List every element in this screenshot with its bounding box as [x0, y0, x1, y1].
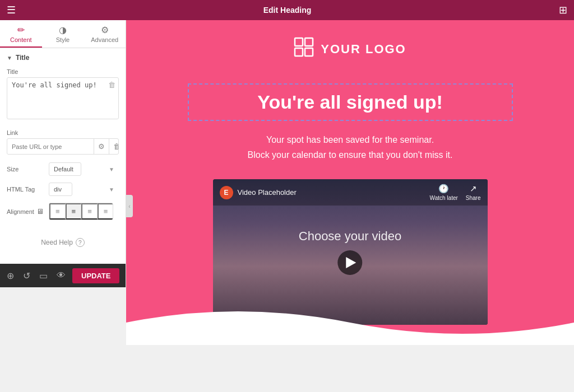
sidebar: ✏ Content ◑ Style ⚙ Advanced ▼ Title: [0, 20, 126, 287]
tab-style[interactable]: ◑ Style: [42, 20, 84, 48]
size-label: Size: [7, 166, 49, 172]
svg-rect-1: [305, 38, 313, 46]
video-center: Choose your video: [299, 229, 401, 275]
heading-text: You're all signed up!: [211, 91, 489, 113]
sidebar-content: ▼ Title Title You're all signed up! 🗑 Li…: [0, 48, 126, 264]
share-label: Share: [466, 195, 481, 201]
align-center-button[interactable]: ≡: [66, 203, 82, 220]
tab-style-label: Style: [56, 36, 70, 43]
video-placeholder-text: Video Placeholder: [238, 188, 297, 197]
clock-icon: 🕐: [438, 184, 449, 194]
html-tag-arrow: ▼: [109, 186, 114, 193]
sidebar-footer: ⊕ ↺ ▭ 👁 UPDATE ▲: [0, 264, 126, 287]
section-title-title[interactable]: ▼ Title: [7, 54, 119, 62]
tab-advanced[interactable]: ⚙ Advanced: [84, 20, 126, 48]
sidebar-wrapper: ✏ Content ◑ Style ⚙ Advanced ▼ Title: [0, 20, 126, 392]
logo-icon: [294, 37, 314, 61]
svg-rect-2: [295, 48, 303, 56]
html-tag-select-wrapper: div h1 h2 h3 h4 h5 h6 p span ▼: [49, 183, 119, 196]
alignment-row: Alignment 🖥 ≡ ≡ ≡ ≡: [7, 203, 119, 220]
page-content: YOUR LOGO You're all signed up! Your spo…: [126, 20, 574, 345]
watch-later-label: Watch later: [430, 195, 458, 201]
update-button[interactable]: UPDATE: [72, 268, 119, 283]
sub-text-line2: Block your calendar to ensure that you d…: [248, 150, 453, 160]
html-tag-select[interactable]: div h1 h2 h3 h4 h5 h6 p span: [49, 183, 72, 196]
video-header: E Video Placeholder 🕐 Watch later ↗ Shar…: [213, 179, 488, 206]
elementor-badge: E: [220, 186, 233, 199]
video-left: E Video Placeholder: [220, 186, 297, 199]
play-button[interactable]: [337, 250, 362, 275]
link-trash-icon[interactable]: 🗑: [109, 139, 119, 154]
html-tag-row: HTML Tag div h1 h2 h3 h4 h5 h6 p span: [7, 183, 119, 196]
align-left-button[interactable]: ≡: [49, 203, 66, 220]
svg-rect-3: [305, 48, 313, 56]
preview-icon[interactable]: 👁: [54, 268, 68, 283]
html-tag-label: HTML Tag: [7, 186, 49, 193]
need-help[interactable]: Need Help ?: [7, 227, 119, 258]
link-label: Link: [7, 129, 119, 136]
sub-text-line1: Your spot has been saved for the seminar…: [266, 135, 434, 144]
header-title: Edit Heading: [263, 6, 312, 15]
align-right-button[interactable]: ≡: [81, 203, 98, 220]
content-tab-icon: ✏: [17, 25, 25, 35]
heading-box[interactable]: You're all signed up!: [188, 83, 513, 121]
hamburger-icon[interactable]: ☰: [7, 4, 16, 16]
monitor-icon: 🖥: [36, 207, 44, 216]
title-field-group: Title You're all signed up! 🗑: [7, 68, 119, 122]
sidebar-tabs: ✏ Content ◑ Style ⚙ Advanced: [0, 20, 126, 48]
app-header: ☰ Edit Heading ⊞: [0, 0, 574, 20]
logo-text: YOUR LOGO: [321, 42, 406, 57]
collapse-handle[interactable]: ‹: [126, 195, 133, 217]
video-center-text: Choose your video: [299, 229, 401, 244]
link-settings-icon[interactable]: ⚙: [94, 139, 109, 154]
link-input[interactable]: [7, 140, 94, 153]
trash-icon[interactable]: 🗑: [108, 81, 115, 89]
alignment-label: Alignment 🖥: [7, 207, 49, 216]
textarea-wrapper: You're all signed up! 🗑: [7, 77, 119, 122]
undo-icon[interactable]: ↺: [21, 268, 33, 283]
canvas-area: YOUR LOGO You're all signed up! Your spo…: [126, 20, 574, 392]
link-field-group: Link ⚙ 🗑: [7, 129, 119, 155]
need-help-text: Need Help: [41, 239, 73, 246]
size-select-arrow: ▼: [109, 166, 114, 172]
link-icons: ⚙ 🗑: [94, 139, 119, 154]
size-select-wrapper: Default Small Medium Large XL XXL ▼: [49, 162, 119, 176]
size-select[interactable]: Default Small Medium Large XL XXL: [49, 162, 81, 176]
tab-content-label: Content: [10, 36, 32, 43]
style-tab-icon: ◑: [59, 25, 67, 35]
svg-rect-0: [295, 38, 303, 46]
title-textarea[interactable]: You're all signed up!: [7, 77, 119, 119]
alignment-buttons: ≡ ≡ ≡ ≡: [49, 203, 113, 220]
align-justify-button[interactable]: ≡: [98, 203, 113, 220]
tab-advanced-label: Advanced: [91, 36, 118, 43]
tab-content[interactable]: ✏ Content: [0, 20, 42, 48]
play-triangle-icon: [346, 257, 356, 268]
title-label: Title: [7, 68, 119, 75]
logo-area: YOUR LOGO: [294, 37, 406, 61]
share-button[interactable]: ↗ Share: [466, 184, 481, 201]
link-input-row: ⚙ 🗑: [7, 138, 119, 155]
size-row: Size Default Small Medium Large XL XXL ▼: [7, 162, 119, 176]
desktop-icon[interactable]: ▭: [37, 268, 50, 283]
advanced-tab-icon: ⚙: [101, 25, 109, 35]
share-icon: ↗: [470, 184, 477, 194]
sub-text: Your spot has been saved for the seminar…: [248, 132, 453, 162]
section-arrow: ▼: [7, 55, 12, 61]
watch-later-button[interactable]: 🕐 Watch later: [430, 184, 458, 201]
section-title-text: Title: [16, 54, 29, 62]
grid-icon[interactable]: ⊞: [559, 4, 567, 16]
video-right: 🕐 Watch later ↗ Share: [430, 184, 481, 201]
layers-icon[interactable]: ⊕: [4, 268, 16, 283]
wave-bottom: [126, 300, 574, 345]
help-circle-icon: ?: [76, 238, 85, 247]
main-layout: ✏ Content ◑ Style ⚙ Advanced ▼ Title: [0, 20, 574, 392]
